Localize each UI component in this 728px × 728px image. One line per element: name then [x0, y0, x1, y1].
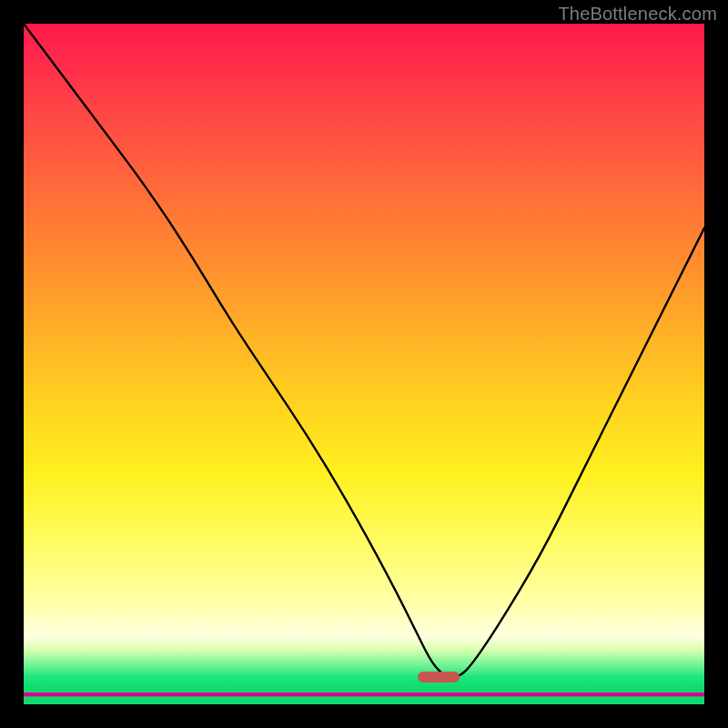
bottleneck-curve [24, 24, 704, 704]
chart-frame: TheBottleneck.com [0, 0, 728, 728]
watermark-text: TheBottleneck.com [558, 4, 717, 25]
valley-marker [418, 672, 460, 682]
plot-area [24, 24, 704, 704]
